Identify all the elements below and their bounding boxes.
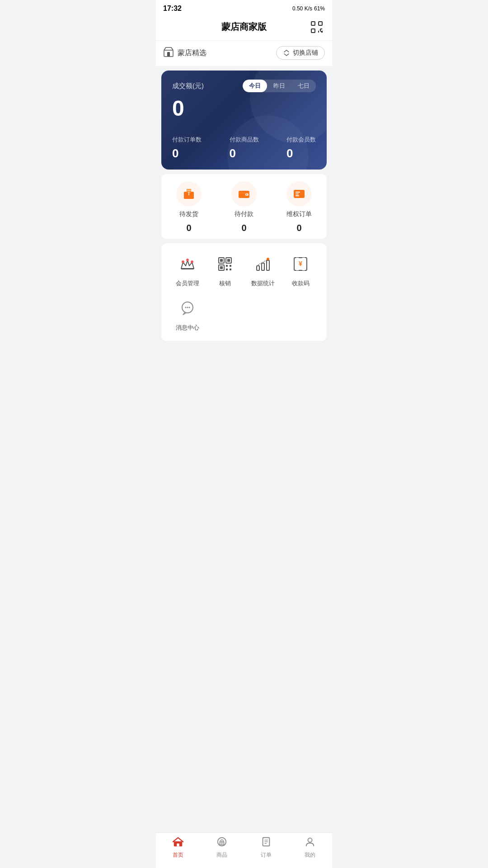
page-title: 蒙店商家版 (221, 21, 267, 33)
svg-rect-45 (302, 269, 305, 270)
metric-products: 付款商品数 0 (230, 136, 259, 160)
stats-amount: 0 (172, 98, 316, 119)
action-refund[interactable]: 维权订单 0 (286, 181, 312, 233)
svg-rect-38 (262, 263, 264, 270)
store-name-label: 蒙店精选 (178, 48, 206, 58)
stats-card: 成交额(元) 今日 昨日 七日 0 付款订单数 0 付款商品数 0 付款会员数 … (161, 71, 327, 170)
home-icon (173, 836, 183, 850)
tool-member[interactable]: 会员管理 (169, 252, 206, 288)
pending-pay-icon-wrap (231, 181, 257, 207)
scan-button[interactable] (309, 20, 325, 36)
refund-label: 维权订单 (286, 210, 312, 218)
quick-actions: 待发货 0 待付款 0 (161, 174, 327, 239)
svg-point-61 (308, 838, 312, 842)
nav-mine[interactable]: 我的 (296, 836, 324, 859)
bottom-nav: 首页 商品 订单 (156, 832, 332, 868)
metric-members-value: 0 (286, 146, 316, 160)
stats-header: 成交额(元) 今日 昨日 七日 (172, 80, 316, 92)
svg-rect-32 (220, 266, 223, 269)
tools-section: 会员管理 核销 (161, 243, 327, 341)
scan-icon (310, 21, 323, 35)
tool-stats-label: 数据统计 (251, 279, 275, 288)
wallet-icon (237, 187, 251, 201)
tab-seven[interactable]: 七日 (291, 80, 316, 92)
nav-home[interactable]: 首页 (164, 836, 192, 859)
tools-grid: 会员管理 核销 (169, 252, 319, 332)
status-right: 0.50 K/s 61% (292, 5, 325, 12)
store-bar: 蒙店精选 切换店铺 (156, 40, 332, 66)
orders-icon (261, 836, 272, 850)
nav-orders-label: 订单 (261, 851, 272, 859)
svg-rect-52 (177, 844, 179, 846)
nav-mine-label: 我的 (305, 851, 315, 859)
chat-icon-wrap (176, 297, 199, 320)
stats-label: 成交额(元) (172, 82, 204, 90)
store-name-area: 蒙店精选 (163, 47, 206, 60)
svg-point-25 (186, 259, 188, 261)
svg-rect-20 (296, 192, 300, 193)
action-pending-pay[interactable]: 待付款 0 (231, 181, 257, 233)
svg-rect-2 (311, 29, 315, 33)
svg-rect-21 (296, 193, 299, 194)
chart-icon-wrap (251, 252, 275, 276)
mine-icon (305, 836, 315, 850)
svg-rect-42 (296, 258, 299, 259)
header: 蒙店商家版 (156, 15, 332, 40)
status-network: 0.50 K/s (292, 5, 312, 12)
svg-rect-37 (257, 266, 259, 270)
tool-payment-label: 收款码 (292, 279, 310, 288)
metric-orders-label: 付款订单数 (172, 136, 202, 144)
svg-point-50 (188, 307, 190, 308)
quick-actions-row: 待发货 0 待付款 0 (161, 181, 327, 233)
refund-icon-wrap (286, 181, 312, 207)
svg-rect-26 (181, 268, 194, 269)
qrcode-icon (217, 256, 233, 272)
chart-icon (255, 256, 271, 272)
svg-rect-18 (239, 193, 249, 193)
nav-products-label: 商品 (216, 851, 227, 859)
refund-icon (292, 187, 306, 201)
pending-ship-icon-wrap (176, 181, 202, 207)
svg-rect-10 (167, 52, 170, 57)
crown-icon (179, 256, 196, 272)
tool-verify[interactable]: 核销 (206, 252, 244, 288)
tool-member-label: 会员管理 (176, 279, 199, 288)
svg-point-17 (246, 194, 247, 195)
svg-rect-19 (294, 190, 305, 198)
nav-products[interactable]: 商品 (208, 836, 235, 859)
pending-pay-label: 待付款 (235, 210, 253, 218)
tool-message[interactable]: 消息中心 (169, 297, 206, 332)
metric-orders-value: 0 (172, 146, 202, 160)
svg-rect-22 (296, 195, 299, 196)
period-tabs: 今日 昨日 七日 (243, 80, 316, 92)
svg-rect-34 (230, 265, 231, 267)
tool-payment[interactable]: ¥ 收款码 (282, 252, 320, 288)
refund-count: 0 (296, 223, 301, 233)
svg-rect-28 (220, 259, 223, 262)
chat-icon (179, 300, 196, 316)
svg-rect-39 (267, 260, 269, 270)
metric-products-label: 付款商品数 (230, 136, 259, 144)
svg-rect-36 (230, 269, 231, 270)
tab-yesterday[interactable]: 昨日 (267, 80, 291, 92)
crown-icon-wrap (176, 252, 199, 276)
products-icon (216, 836, 227, 850)
svg-point-48 (185, 307, 186, 308)
metric-products-value: 0 (230, 146, 259, 160)
switch-icon (283, 49, 290, 57)
svg-rect-35 (226, 269, 228, 270)
svg-rect-1 (319, 22, 322, 25)
status-battery: 61% (314, 5, 325, 12)
svg-rect-30 (227, 259, 230, 262)
tool-stats[interactable]: 数据统计 (244, 252, 282, 288)
svg-rect-43 (302, 258, 305, 259)
action-pending-ship[interactable]: 待发货 0 (176, 181, 202, 233)
nav-orders[interactable]: 订单 (253, 836, 280, 859)
switch-store-button[interactable]: 切换店铺 (276, 46, 325, 60)
status-bar: 17:32 0.50 K/s 61% (156, 0, 332, 15)
svg-point-24 (191, 261, 193, 263)
tab-today[interactable]: 今日 (243, 80, 267, 92)
tool-message-label: 消息中心 (176, 324, 199, 332)
payment-icon-wrap: ¥ (289, 252, 312, 276)
tool-verify-label: 核销 (219, 279, 231, 288)
